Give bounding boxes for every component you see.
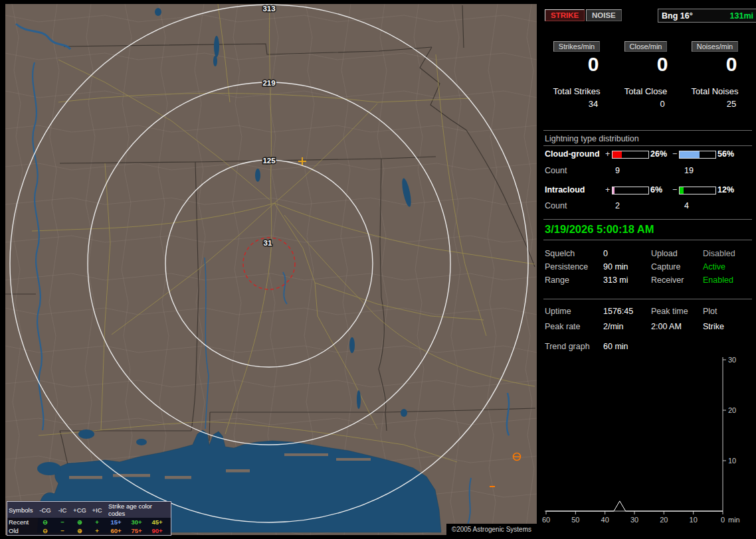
total-close-value: 0 bbox=[628, 99, 697, 109]
svg-text:min: min bbox=[728, 516, 740, 524]
cloud-ground-label: Cloud-ground bbox=[545, 149, 600, 159]
trend-chart: 3020106050403020100min bbox=[542, 354, 756, 535]
lightning-map[interactable]: 313 219 125 31 Symbols -CG -IC +CG +IC S… bbox=[5, 4, 537, 535]
uptime-label: Uptime bbox=[545, 307, 571, 316]
strikes-per-min-chip: Strikes/min bbox=[553, 41, 600, 52]
receiver-status: Enabled bbox=[703, 275, 733, 285]
squelch-value: 0 bbox=[603, 249, 608, 258]
ring-label-219: 219 bbox=[262, 79, 275, 87]
plot-value: Strike bbox=[703, 322, 724, 331]
trend-chart-svg: 3020106050403020100min bbox=[542, 354, 756, 535]
upload-label: Upload bbox=[651, 249, 678, 258]
peak-time-value: 2:00 AM bbox=[651, 322, 682, 331]
distribution-title: Lightning type distribution bbox=[545, 134, 639, 143]
ic-count-label: Count bbox=[545, 201, 567, 210]
capture-label: Capture bbox=[651, 262, 680, 271]
legend-col-pos-ic: +IC bbox=[88, 506, 106, 514]
cg-positive-pct: 26% bbox=[650, 149, 667, 159]
legend-symbols-title: Symbols bbox=[9, 506, 37, 514]
age-75: 75+ bbox=[126, 527, 147, 534]
map-svg: 313 219 125 31 bbox=[5, 4, 537, 535]
trend-window-value: 60 min bbox=[603, 342, 628, 351]
strike-mode-button[interactable]: STRIKE bbox=[545, 9, 585, 21]
svg-text:10: 10 bbox=[728, 457, 736, 465]
trend-graph-label: Trend graph bbox=[545, 342, 590, 351]
cg-count-label: Count bbox=[545, 166, 567, 175]
neg-cg-recent-icon: ⊖ bbox=[37, 518, 54, 526]
age-45: 45+ bbox=[147, 518, 167, 526]
total-strikes-value: 34 bbox=[559, 99, 628, 109]
peak-rate-label: Peak rate bbox=[545, 322, 581, 331]
cg-positive-count: 9 bbox=[615, 166, 620, 175]
legend-age-title: Strike age color codes bbox=[106, 502, 169, 517]
receiver-label: Receiver bbox=[651, 275, 684, 285]
svg-text:20: 20 bbox=[660, 516, 668, 524]
total-close-label: Total Close bbox=[611, 86, 680, 96]
ic-minus-sign: − bbox=[672, 185, 677, 194]
noises-per-min-chip: Noises/min bbox=[692, 41, 738, 52]
age-60: 60+ bbox=[106, 527, 126, 534]
neg-cg-old-icon: ⊖ bbox=[37, 527, 54, 534]
total-strikes-label: Total Strikes bbox=[542, 86, 611, 96]
age-15: 15+ bbox=[106, 518, 126, 526]
ic-positive-bar bbox=[612, 187, 649, 194]
plot-label: Plot bbox=[703, 307, 717, 316]
svg-text:10: 10 bbox=[690, 516, 698, 524]
strikes-per-min-value: 0 bbox=[559, 54, 628, 74]
cg-negative-bar bbox=[679, 151, 716, 159]
strikes-per-min-chip-wrap: Strikes/min bbox=[542, 41, 611, 52]
copyright-notice: ©2005 Astrogenic Systems bbox=[446, 524, 537, 535]
svg-text:30: 30 bbox=[630, 516, 638, 524]
pos-cg-recent-icon: ⊕ bbox=[71, 518, 88, 526]
peak-rate-value: 2/min bbox=[603, 322, 624, 331]
ic-positive-pct: 6% bbox=[650, 185, 662, 194]
bearing-label: Bng 16° bbox=[662, 11, 693, 21]
legend-old-label: Old bbox=[9, 527, 37, 534]
noises-per-min-value: 0 bbox=[697, 54, 756, 74]
neg-ic-recent-icon: − bbox=[54, 518, 71, 526]
divider bbox=[543, 219, 752, 220]
neg-ic-old-icon: − bbox=[54, 527, 71, 534]
persistence-label: Persistence bbox=[545, 262, 588, 271]
uptime-value: 1576:45 bbox=[603, 307, 633, 316]
svg-text:30: 30 bbox=[728, 356, 736, 364]
ring-label-31: 31 bbox=[264, 239, 272, 247]
noise-mode-button[interactable]: NOISE bbox=[586, 9, 622, 21]
legend-col-neg-ic: -IC bbox=[54, 506, 71, 514]
legend-header: Symbols -CG -IC +CG +IC Strike age color… bbox=[7, 502, 171, 518]
status-panel: STRIKE NOISE Bng 16° 131mi Strikes/min C… bbox=[542, 0, 756, 539]
ring-label-125: 125 bbox=[262, 157, 276, 165]
bearing-distance: 131mi bbox=[730, 11, 753, 21]
svg-text:50: 50 bbox=[571, 516, 579, 524]
svg-text:40: 40 bbox=[601, 516, 609, 524]
ic-positive-count: 2 bbox=[615, 201, 620, 210]
legend-col-neg-cg: -CG bbox=[37, 506, 54, 514]
pos-ic-recent-icon: + bbox=[88, 518, 106, 526]
range-label: Range bbox=[545, 275, 569, 285]
legend-recent-label: Recent bbox=[9, 518, 37, 526]
pos-cg-old-icon: ⊕ bbox=[71, 527, 88, 534]
legend-col-pos-cg: +CG bbox=[71, 506, 88, 514]
cg-positive-bar bbox=[612, 151, 649, 159]
upload-status: Disabled bbox=[703, 249, 735, 258]
ic-plus-sign: + bbox=[605, 185, 610, 194]
cg-plus-sign: + bbox=[605, 149, 610, 159]
map-legend: Symbols -CG -IC +CG +IC Strike age color… bbox=[7, 501, 171, 536]
ic-negative-count: 4 bbox=[684, 201, 689, 210]
divider bbox=[543, 240, 752, 240]
cg-negative-count: 19 bbox=[684, 166, 694, 175]
close-per-min-chip: Close/min bbox=[624, 41, 668, 52]
squelch-label: Squelch bbox=[545, 249, 575, 258]
close-per-min-chip-wrap: Close/min bbox=[611, 41, 680, 52]
age-30: 30+ bbox=[126, 518, 147, 526]
ring-label-313: 313 bbox=[262, 5, 275, 13]
ic-negative-pct: 12% bbox=[717, 185, 734, 194]
svg-text:0: 0 bbox=[721, 516, 725, 524]
date-time: 3/19/2026 5:00:18 AM bbox=[545, 223, 654, 236]
persistence-value: 90 min bbox=[603, 262, 628, 271]
bearing-display: Bng 16° 131mi bbox=[658, 9, 756, 23]
range-value: 313 mi bbox=[603, 275, 628, 285]
total-noises-value: 25 bbox=[697, 99, 756, 109]
legend-row-recent: Recent ⊖ − ⊕ + 15+ 30+ 45+ bbox=[7, 518, 171, 526]
cg-minus-sign: − bbox=[672, 149, 677, 159]
